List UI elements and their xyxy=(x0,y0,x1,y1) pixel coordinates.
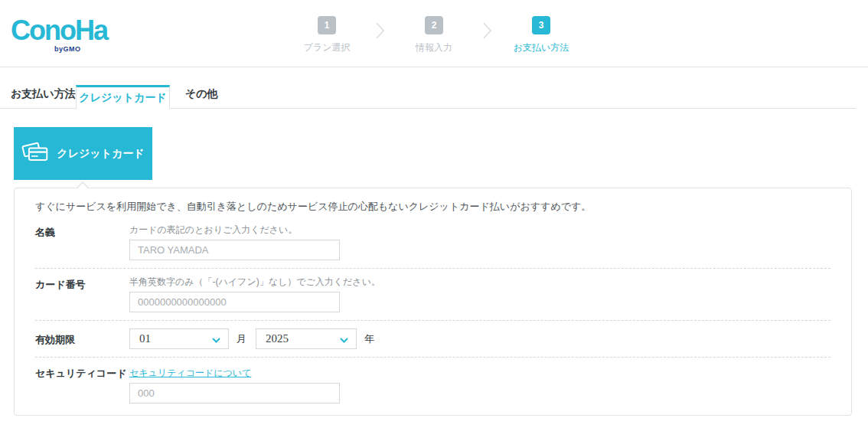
step-plan-select: 1 プラン選択 xyxy=(294,16,360,54)
row-divider xyxy=(35,268,830,269)
step-separator-icon xyxy=(467,16,508,40)
expiry-month-value: 01 xyxy=(139,332,151,345)
chevron-down-icon xyxy=(340,332,348,346)
step-info-input: 2 情報入力 xyxy=(401,16,467,54)
security-code-field: セキュリティコードについて xyxy=(129,365,340,403)
credit-card-method-label: クレジットカード xyxy=(57,147,144,161)
expiry-month-unit: 月 xyxy=(237,332,246,346)
step-3-label: お支払い方法 xyxy=(508,41,574,54)
step-separator-icon xyxy=(360,16,401,40)
credit-card-form: 名義 カードの表記のとおりご入力ください。 カード番号 半角英数字のみ（「-(ハ… xyxy=(35,224,830,403)
card-number-field: 半角英数字のみ（「-(ハイフン)」なし）でご入力ください。 xyxy=(129,276,380,312)
row-divider xyxy=(35,357,830,358)
expiry-year-value: 2025 xyxy=(266,332,289,345)
cardholder-name-hint: カードの表記のとおりご入力ください。 xyxy=(129,224,340,235)
expiry-month-select[interactable]: 01 xyxy=(129,328,229,349)
payment-content: クレジットカード すぐにサービスを利用開始でき、自動引き落としのためサービス停止… xyxy=(0,127,868,416)
step-1-label: プラン選択 xyxy=(294,41,360,54)
credit-card-method-button[interactable]: クレジットカード xyxy=(14,127,152,180)
conoha-logo[interactable]: ConoHa byGMO xyxy=(11,13,110,54)
cardholder-name-row: 名義 カードの表記のとおりご入力ください。 xyxy=(35,224,830,260)
expiry-year-select[interactable]: 2025 xyxy=(256,328,357,349)
header: ConoHa byGMO 1 プラン選択 2 情報入力 3 お支払い方法 xyxy=(0,0,868,67)
payment-section-label: お支払い方法 xyxy=(0,87,76,108)
security-code-label: セキュリティコード xyxy=(35,365,129,403)
expiry-label: 有効期限 xyxy=(35,328,129,349)
security-code-about-link[interactable]: セキュリティコードについて xyxy=(129,368,251,378)
card-number-input[interactable] xyxy=(129,292,340,312)
step-payment-method: 3 お支払い方法 xyxy=(508,16,574,54)
expiry-row: 有効期限 01 月 2025 年 xyxy=(35,328,830,349)
logo-text: ConoHa xyxy=(11,13,110,48)
cardholder-name-field: カードの表記のとおりご入力ください。 xyxy=(129,224,340,260)
tab-other[interactable]: その他 xyxy=(170,87,233,108)
step-2-label: 情報入力 xyxy=(401,41,467,54)
cardholder-name-label: 名義 xyxy=(35,224,129,260)
security-code-input[interactable] xyxy=(129,383,340,403)
step-3-badge: 3 xyxy=(532,16,550,34)
credit-card-description: すぐにサービスを利用開始でき、自動引き落としのためサービス停止の心配もないクレジ… xyxy=(35,201,830,212)
card-number-label: カード番号 xyxy=(35,276,129,312)
logo-byline: byGMO xyxy=(54,45,81,53)
cardholder-name-input[interactable] xyxy=(129,240,340,260)
security-code-row: セキュリティコード セキュリティコードについて xyxy=(35,365,830,403)
credit-card-icon xyxy=(21,142,49,165)
tab-credit-card[interactable]: クレジットカード xyxy=(76,85,170,109)
card-number-row: カード番号 半角英数字のみ（「-(ハイフン)」なし）でご入力ください。 xyxy=(35,276,830,312)
chevron-down-icon xyxy=(212,332,220,346)
checkout-stepper: 1 プラン選択 2 情報入力 3 お支払い方法 xyxy=(294,16,574,54)
expiry-year-unit: 年 xyxy=(364,332,374,346)
expiry-field: 01 月 2025 年 xyxy=(129,328,383,349)
card-number-hint: 半角英数字のみ（「-(ハイフン)」なし）でご入力ください。 xyxy=(129,276,380,287)
payment-tabbar: お支払い方法 クレジットカード その他 xyxy=(0,85,856,109)
step-1-badge: 1 xyxy=(318,16,336,34)
row-divider xyxy=(35,320,830,321)
credit-card-panel: すぐにサービスを利用開始でき、自動引き落としのためサービス停止の心配もないクレジ… xyxy=(14,188,852,416)
step-2-badge: 2 xyxy=(425,16,443,34)
